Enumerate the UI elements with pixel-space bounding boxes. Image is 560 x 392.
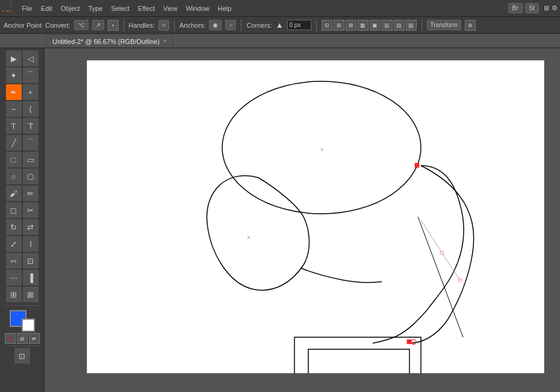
stock-button[interactable]: St — [525, 3, 539, 13]
convert-corner-btn[interactable]: ⌥ — [74, 20, 89, 30]
align-btn-5[interactable]: ▣ — [370, 20, 381, 31]
show-anchors-btn[interactable]: ◉ — [209, 20, 222, 30]
hide-anchors-btn[interactable]: ○ — [225, 20, 236, 30]
tool-row-mode: ⊡ — [14, 348, 30, 364]
align-btn-1[interactable]: ⊟ — [322, 20, 332, 31]
none-fill-icon[interactable]: ⊘ — [5, 333, 16, 344]
svg-rect-1 — [45, 59, 55, 392]
tool-row-9: 🖌 ✏ — [6, 185, 39, 201]
color-mode-row: ⊘ ▤ ⇄ — [5, 333, 40, 344]
menu-edit[interactable]: Edit — [37, 4, 57, 13]
rect-tool[interactable]: □ — [6, 152, 22, 167]
eraser-tool[interactable]: ◻ — [6, 202, 22, 218]
add-anchor-tool[interactable]: + — [23, 84, 39, 100]
menu-file[interactable]: File — [17, 4, 37, 13]
svg-rect-11 — [407, 340, 411, 344]
delete-anchor-tool[interactable]: − — [6, 101, 22, 117]
rotate-tool[interactable]: ↻ — [6, 219, 22, 235]
slice-tool[interactable]: ⊠ — [23, 287, 39, 302]
canvas-area[interactable]: × × — [45, 48, 560, 392]
type-tool[interactable]: T — [6, 118, 22, 134]
align-btn-2[interactable]: ⊞ — [334, 20, 344, 31]
convert-anchor-box[interactable]: ▪ — [108, 20, 119, 31]
bridge-button[interactable]: Br — [508, 3, 523, 13]
align-btn-6[interactable]: ▥ — [382, 20, 393, 31]
sep1 — [123, 19, 124, 31]
pencil-tool[interactable]: ✏ — [23, 185, 39, 201]
convert-label: Convert: — [45, 22, 70, 29]
scissors-tool[interactable]: ✂ — [23, 202, 39, 218]
transform-options-btn[interactable]: ⊕ — [465, 20, 476, 31]
select-tool[interactable]: ▶ — [6, 51, 22, 66]
search-icon[interactable]: ⚙ — [552, 4, 558, 12]
menu-bar: Ai File Edit Object Type Select Effect V… — [0, 0, 560, 17]
corners-up-icon: ▲ — [276, 20, 284, 30]
corners-label: Corners: — [246, 22, 272, 29]
left-toolbar: ▶ ◁ ✦ ⌒ ✒ + − ⟨ T Ṫ ╱ ⌒ □ ▭ ○ ⬡ — [0, 48, 45, 392]
menu-select[interactable]: Select — [107, 4, 134, 13]
free-transform-tool[interactable]: ⊡ — [23, 253, 39, 269]
tool-row-12: ⤢ ⌇ — [6, 236, 39, 252]
brush-tool[interactable]: 🖌 — [6, 185, 22, 201]
swap-icon[interactable]: ⇄ — [29, 333, 40, 344]
tab-title: Untitled-2* @ 66.67% (RGB/Outline) — [52, 38, 160, 45]
tool-row-3: ✒ + — [6, 84, 39, 100]
swatch-stack — [10, 310, 35, 332]
design-canvas[interactable]: × × — [87, 60, 544, 373]
anchor-point-label: Anchor Point — [4, 22, 42, 29]
convert-smooth-btn[interactable]: ↗ — [92, 20, 104, 30]
width-tool[interactable]: ⇿ — [6, 253, 22, 269]
menu-view[interactable]: View — [159, 4, 182, 13]
gradient-icon[interactable]: ▤ — [17, 333, 28, 344]
touch-type-tool[interactable]: Ṫ — [23, 118, 39, 134]
sep4 — [316, 19, 317, 31]
align-btn-8[interactable]: ▧ — [406, 20, 417, 31]
symbol-spray-tool[interactable]: ⋯ — [6, 270, 22, 285]
menu-type[interactable]: Type — [84, 4, 107, 13]
document-tab[interactable]: Untitled-2* @ 66.67% (RGB/Outline) × — [46, 34, 173, 48]
corners-input[interactable] — [287, 20, 311, 30]
column-graph-tool[interactable]: ▐ — [23, 270, 39, 285]
horizontal-ruler — [45, 48, 560, 59]
change-screen-mode[interactable]: ⊡ — [14, 348, 30, 364]
tool-row-10: ◻ ✂ — [6, 202, 39, 218]
artboard-tool[interactable]: ⊞ — [6, 287, 22, 302]
transform-button[interactable]: Transform — [427, 20, 461, 30]
reflect-tool[interactable]: ⇄ — [23, 219, 39, 235]
menu-object[interactable]: Object — [57, 4, 84, 13]
tool-row-15: ⊞ ⊠ — [6, 287, 39, 302]
tool-row-11: ↻ ⇄ — [6, 219, 39, 235]
workspace-icon[interactable]: ⊞ — [544, 4, 549, 12]
ellipse-tool[interactable]: ○ — [6, 169, 22, 184]
color-swatches: ⊘ ▤ ⇄ — [5, 310, 40, 344]
magic-wand-tool[interactable]: ✦ — [6, 67, 22, 83]
direct-select-tool[interactable]: ◁ — [23, 51, 39, 66]
sep5 — [422, 19, 422, 31]
align-btn-4[interactable]: ▦ — [358, 20, 369, 31]
anchors-label: Anchors: — [179, 22, 205, 29]
tab-close-button[interactable]: × — [163, 38, 167, 45]
rounded-rect-tool[interactable]: ▭ — [23, 152, 39, 167]
align-btn-7[interactable]: ▤ — [394, 20, 405, 31]
svg-rect-10 — [415, 163, 419, 167]
menu-effect[interactable]: Effect — [134, 4, 159, 13]
convert-anchor-tool[interactable]: ⟨ — [23, 101, 39, 117]
anchor-toolbar: Anchor Point Convert: ⌥ ↗ ▪ Handles: ⌗ A… — [0, 17, 560, 34]
vertical-ruler — [45, 59, 55, 392]
polygon-tool[interactable]: ⬡ — [23, 169, 39, 184]
line-tool[interactable]: ╱ — [6, 135, 22, 151]
scale-tool[interactable]: ⤢ — [6, 236, 22, 252]
svg-rect-2 — [87, 60, 544, 373]
background-color[interactable] — [22, 319, 35, 332]
align-btn-3[interactable]: ⊠ — [346, 20, 356, 31]
warp-tool[interactable]: ⌇ — [23, 236, 39, 252]
tool-row-13: ⇿ ⊡ — [6, 253, 39, 269]
sep2 — [174, 19, 175, 31]
lasso-tool[interactable]: ⌒ — [23, 67, 39, 83]
tool-row-1: ▶ ◁ — [6, 51, 39, 66]
handles-btn[interactable]: ⌗ — [158, 20, 169, 31]
arc-tool[interactable]: ⌒ — [23, 135, 39, 151]
pen-tool[interactable]: ✒ — [6, 84, 22, 100]
menu-window[interactable]: Window — [182, 4, 214, 13]
menu-help[interactable]: Help — [214, 4, 236, 13]
